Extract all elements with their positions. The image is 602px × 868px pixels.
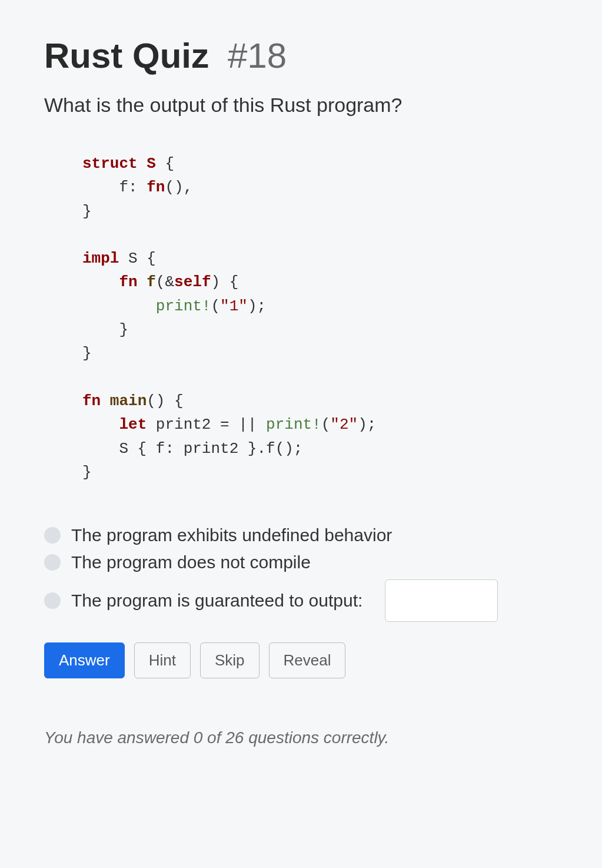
option-label-output: The program is guaranteed to output:	[71, 591, 362, 611]
quiz-number: #18	[228, 35, 287, 76]
radio-icon[interactable]	[44, 592, 61, 609]
output-input[interactable]	[385, 579, 498, 622]
question-text: What is the output of this Rust program?	[44, 94, 558, 117]
quiz-title-row: Rust Quiz #18	[44, 35, 558, 76]
hint-button[interactable]: Hint	[134, 642, 191, 678]
radio-icon[interactable]	[44, 527, 61, 544]
option-undefined[interactable]: The program exhibits undefined behavior	[44, 525, 558, 545]
options-group: The program exhibits undefined behavior …	[44, 525, 558, 622]
reveal-button[interactable]: Reveal	[269, 642, 346, 678]
option-output[interactable]: The program is guaranteed to output:	[44, 579, 558, 622]
option-label-no-compile: The program does not compile	[71, 552, 311, 572]
code-block: struct S { f: fn(), } impl S { fn f(&sel…	[44, 152, 558, 484]
button-row: Answer Hint Skip Reveal	[44, 642, 558, 678]
option-label-undefined: The program exhibits undefined behavior	[71, 525, 392, 545]
quiz-title: Rust Quiz	[44, 35, 209, 76]
answer-button[interactable]: Answer	[44, 642, 125, 678]
option-no-compile[interactable]: The program does not compile	[44, 552, 558, 572]
score-text: You have answered 0 of 26 questions corr…	[44, 728, 558, 747]
skip-button[interactable]: Skip	[200, 642, 260, 678]
radio-icon[interactable]	[44, 554, 61, 571]
